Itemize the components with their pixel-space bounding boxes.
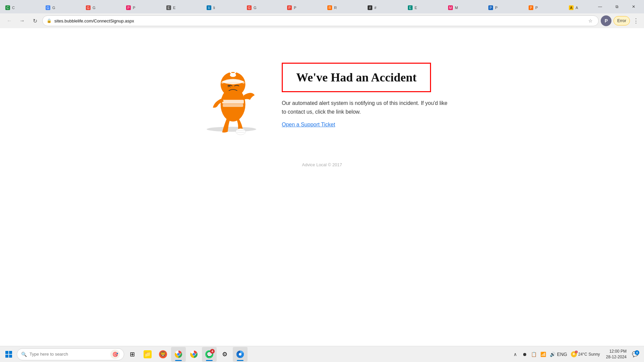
title-bar: C C G G G G P P E E li li bbox=[0, 0, 644, 13]
tab-7[interactable]: G G bbox=[244, 2, 284, 13]
error-description: Our automated alert system is notifying … bbox=[282, 99, 449, 116]
address-bar[interactable]: 🔒 sites.bubblelife.com/ConnectSignup.asp… bbox=[42, 15, 599, 26]
svg-point-15 bbox=[193, 353, 195, 356]
tab-favicon-1: C bbox=[5, 5, 10, 10]
close-button[interactable]: ✕ bbox=[626, 1, 641, 12]
profile-button[interactable]: P bbox=[601, 15, 611, 26]
tab-favicon-7: G bbox=[247, 5, 252, 10]
tab-15[interactable]: A A bbox=[566, 2, 591, 13]
task-view-icon: ⊞ bbox=[128, 350, 136, 358]
tab-favicon-8: P bbox=[287, 5, 292, 10]
wifi-icon[interactable]: 📶 bbox=[539, 350, 547, 358]
brave-button[interactable]: 🦁 bbox=[156, 347, 170, 362]
tab-favicon-6: li bbox=[207, 5, 211, 10]
tab-5[interactable]: E E bbox=[164, 2, 204, 13]
tab-14[interactable]: P P bbox=[526, 2, 566, 13]
tab-13[interactable]: P P bbox=[486, 2, 526, 13]
tab-favicon-14: P bbox=[529, 5, 533, 10]
volume-icon[interactable]: 🔊 bbox=[549, 350, 557, 358]
tab-favicon-10: # bbox=[368, 5, 372, 10]
notification-button[interactable]: 💬 4 bbox=[631, 350, 640, 359]
tray-up-arrow[interactable]: ∧ bbox=[511, 350, 519, 358]
svg-point-0 bbox=[207, 127, 256, 132]
brave-icon: 🦁 bbox=[159, 350, 167, 358]
tab-label-5: E bbox=[173, 6, 201, 10]
system-tray: ∧ ⏺ 📋 📶 🔊 ENG bbox=[511, 350, 566, 358]
error-message-area: We've Had an Accident Our automated aler… bbox=[282, 63, 449, 127]
tab-8[interactable]: P P bbox=[284, 2, 325, 13]
tab-favicon-2: G bbox=[46, 5, 50, 10]
tab-6[interactable]: li li bbox=[204, 2, 244, 13]
taskbar-search[interactable]: 🔍 Type here to search 🎯 bbox=[17, 348, 124, 360]
error-label: Error bbox=[617, 18, 626, 23]
tab-9[interactable]: R R bbox=[325, 2, 365, 13]
system-clock[interactable]: 12:00 PM 28-12-2024 bbox=[605, 349, 628, 360]
page-content: We've Had an Accident Our automated aler… bbox=[0, 28, 644, 362]
maximize-button[interactable]: ⧉ bbox=[609, 1, 625, 12]
svg-point-17 bbox=[239, 353, 241, 356]
tab-label-3: G bbox=[93, 6, 121, 10]
tab-11[interactable]: E E bbox=[405, 2, 445, 13]
task-view-button[interactable]: ⊞ bbox=[125, 347, 140, 362]
tab-favicon-9: R bbox=[327, 5, 332, 10]
weather-widget[interactable]: ☀ 1 24°C Sunny bbox=[569, 351, 602, 357]
character-figure bbox=[195, 55, 268, 135]
svg-point-13 bbox=[177, 353, 180, 356]
chrome-icon bbox=[174, 350, 182, 358]
record-icon[interactable]: ⏺ bbox=[521, 350, 529, 358]
svg-rect-9 bbox=[231, 73, 235, 75]
whatsapp-button[interactable]: 💬 4 bbox=[202, 347, 217, 362]
tab-label-8: P bbox=[294, 6, 322, 10]
page-footer: Advice Local © 2017 bbox=[302, 162, 342, 167]
svg-rect-3 bbox=[223, 104, 243, 107]
lock-icon: 🔒 bbox=[47, 18, 52, 23]
svg-rect-2 bbox=[222, 100, 244, 104]
support-ticket-link[interactable]: Open a Support Ticket bbox=[282, 122, 335, 127]
file-explorer-button[interactable]: 📁 bbox=[140, 347, 155, 362]
back-button[interactable]: ← bbox=[4, 15, 15, 26]
error-container: We've Had an Accident Our automated aler… bbox=[195, 55, 449, 135]
tab-label-6: li bbox=[213, 6, 241, 10]
error-button[interactable]: Error bbox=[613, 16, 630, 25]
tab-favicon-4: P bbox=[126, 5, 131, 10]
tab-2[interactable]: G G bbox=[43, 2, 83, 13]
reload-button[interactable]: ↻ bbox=[30, 15, 40, 26]
whatsapp-badge: 4 bbox=[210, 349, 215, 354]
chrome-profile-button[interactable] bbox=[186, 347, 201, 362]
chrome-app-button[interactable] bbox=[233, 347, 248, 362]
taskbar-right: ∧ ⏺ 📋 📶 🔊 ENG ☀ 1 24°C Sunny 12:00 PM 28… bbox=[511, 349, 643, 360]
weather-alert-icon: ☀ 1 bbox=[571, 351, 577, 357]
chrome-profile-icon bbox=[190, 350, 198, 358]
window-controls: — ⧉ ✕ bbox=[592, 1, 641, 12]
clock-date: 28-12-2024 bbox=[606, 354, 627, 360]
more-options-button[interactable]: ⋮ bbox=[632, 17, 640, 25]
notification-count: 4 bbox=[635, 350, 639, 355]
tab-favicon-3: G bbox=[86, 5, 91, 10]
search-placeholder: Type here to search bbox=[30, 352, 108, 357]
start-button[interactable] bbox=[1, 347, 16, 362]
forward-button[interactable]: → bbox=[17, 15, 28, 26]
chrome-button[interactable] bbox=[171, 347, 186, 362]
tab-10[interactable]: # # bbox=[365, 2, 405, 13]
tab-1[interactable]: C C bbox=[3, 2, 43, 13]
tab-12[interactable]: M M bbox=[445, 2, 486, 13]
tab-4[interactable]: P P bbox=[123, 2, 164, 13]
tab-favicon-11: E bbox=[408, 5, 413, 10]
tab-label-7: G bbox=[254, 6, 282, 10]
clock-time: 12:00 PM bbox=[606, 349, 627, 354]
tab-strip: C C G G G G P P E E li li bbox=[3, 0, 591, 13]
weather-alert-dot: 1 bbox=[575, 351, 578, 353]
language-label: ENG bbox=[558, 350, 566, 358]
tab-3[interactable]: G G bbox=[83, 2, 123, 13]
tab-label-14: P bbox=[535, 6, 564, 10]
error-title: We've Had an Accident bbox=[296, 70, 417, 84]
svg-point-4 bbox=[236, 129, 246, 135]
minimize-button[interactable]: — bbox=[592, 1, 608, 12]
browser-frame: C C G G G G P P E E li li bbox=[0, 0, 644, 362]
bookmark-star-icon[interactable]: ☆ bbox=[586, 17, 594, 25]
settings-button[interactable]: ⚙ bbox=[217, 347, 232, 362]
taskbar: 🔍 Type here to search 🎯 ⊞ 📁 🦁 bbox=[0, 346, 644, 362]
tab-label-9: R bbox=[334, 6, 362, 10]
clipboard-icon[interactable]: 📋 bbox=[530, 350, 538, 358]
tab-label-13: P bbox=[495, 6, 523, 10]
